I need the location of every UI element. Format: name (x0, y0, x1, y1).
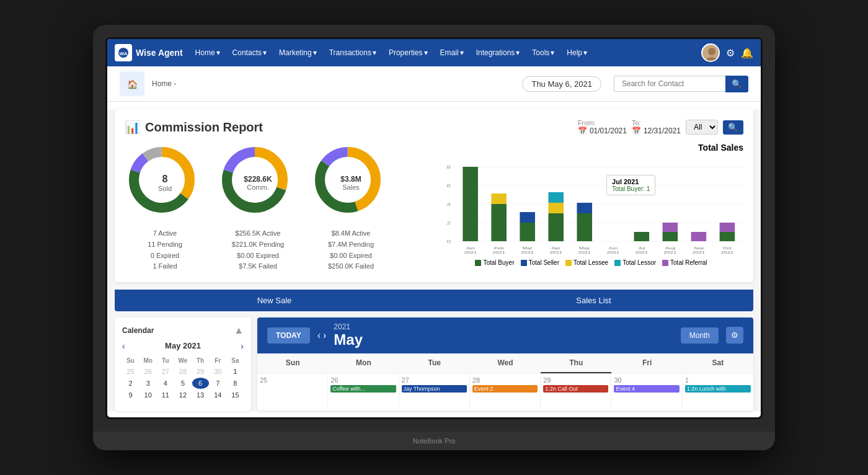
laptop-frame: WA Wise Agent Home ▾ Contacts ▾ Marketin… (93, 25, 775, 450)
nav-integrations[interactable]: Integrations ▾ (471, 39, 525, 66)
nav-properties[interactable]: Properties ▾ (384, 39, 433, 66)
cal-nav-arrows: ‹ › (317, 330, 327, 341)
big-cal-days-header: Sun Mon Tue Wed Thu Fri Sat (257, 353, 753, 374)
svg-text:Sep: Sep (694, 246, 704, 251)
cal-day[interactable]: 15 (227, 389, 244, 401)
today-button[interactable]: TODAY (267, 327, 310, 344)
mini-cal-next[interactable]: › (241, 341, 244, 351)
cal-day[interactable]: 5 (174, 378, 191, 389)
svg-text:2021: 2021 (607, 251, 619, 255)
cal-day[interactable]: 10 (140, 389, 156, 401)
cal-day[interactable]: 25 (122, 366, 139, 377)
donut-sales-chart: $3.8M Sales (311, 143, 391, 223)
col-fri: Fri (611, 353, 682, 373)
nav-email[interactable]: Email ▾ (435, 39, 469, 66)
sales-list-button[interactable]: Sales List (434, 290, 753, 311)
bar-chart: Jul 2021 Total Buyer: 1 8 6 (439, 156, 743, 255)
svg-rect-38 (548, 213, 564, 241)
cal-cell-25[interactable]: 25 (257, 374, 328, 411)
subheader-logo: 🏠 (120, 71, 144, 96)
svg-rect-40 (548, 192, 564, 203)
cal-from-icon: 📅 (578, 127, 587, 135)
new-sale-button[interactable]: New Sale (115, 290, 434, 311)
col-mon: Mon (328, 353, 399, 373)
svg-rect-52 (663, 232, 678, 241)
svg-text:Aug: Aug (665, 246, 675, 251)
cal-day-today[interactable]: 6 (192, 378, 209, 389)
cal-day[interactable]: 2 (122, 378, 139, 389)
nav-contacts[interactable]: Contacts ▾ (228, 39, 272, 66)
filter-search-button[interactable]: 🔍 (723, 120, 743, 135)
cal-event[interactable]: Event 4 (614, 385, 679, 393)
bar-chart-section: Total Sales Jul 2021 Total Buyer: 1 (439, 143, 743, 272)
nav-home[interactable]: Home ▾ (190, 39, 225, 66)
big-cal-prev[interactable]: ‹ (317, 330, 321, 341)
big-cal-next[interactable]: › (323, 330, 326, 341)
mini-cal-collapse[interactable]: ▲ (234, 325, 244, 336)
donut-comm-center: $228.6K Comm. (244, 175, 272, 191)
nav-right: ⚙ 🔔 (701, 43, 753, 62)
svg-text:4: 4 (446, 202, 451, 206)
cal-cell-27[interactable]: 27 Jay Thompson (399, 374, 470, 411)
chart-title: Total Sales (439, 143, 743, 153)
svg-rect-43 (577, 213, 592, 241)
search-button[interactable]: 🔍 (725, 76, 748, 92)
cal-day[interactable]: 29 (192, 366, 209, 377)
cal-day[interactable]: 1 (227, 366, 244, 377)
cal-event[interactable]: Jay Thompson (402, 385, 467, 393)
cal-cell-29[interactable]: 29 1:2n Call Out (541, 374, 611, 411)
cal-day[interactable]: 7 (210, 378, 226, 389)
settings-icon[interactable]: ⚙ (726, 47, 735, 59)
svg-point-3 (708, 48, 715, 55)
donut-comm: $228.6K Comm. $256.5K Active $221.0K Pen… (218, 143, 298, 272)
month-view-button[interactable]: Month (681, 327, 719, 344)
cal-cell-28[interactable]: 28 Event 2 (470, 374, 541, 411)
cal-day[interactable]: 9 (122, 389, 139, 401)
cal-event[interactable]: 1:2n Call Out (543, 385, 608, 393)
cal-cell-1[interactable]: 1 1:2n Lunch with (683, 374, 753, 411)
nav-tools[interactable]: Tools ▾ (527, 39, 559, 66)
cal-day[interactable]: 4 (157, 378, 174, 389)
nav-help[interactable]: Help ▾ (562, 39, 592, 66)
cal-day[interactable]: 27 (157, 366, 174, 377)
svg-rect-59 (720, 232, 735, 241)
col-tue: Tue (399, 353, 470, 373)
cal-event[interactable]: 1:2n Lunch with (685, 385, 751, 393)
cal-day[interactable]: 28 (174, 366, 191, 377)
cal-cell-30[interactable]: 30 Event 4 (611, 374, 682, 411)
cal-settings-button[interactable]: ⚙ (726, 327, 743, 344)
search-input[interactable] (614, 76, 725, 92)
nav-transactions[interactable]: Transactions ▾ (324, 39, 381, 66)
cal-event[interactable]: Event 2 (472, 385, 538, 393)
donut-comm-chart: $228.6K Comm. (218, 143, 298, 223)
chart-legend: Total Buyer Total Seller Total Lessee (439, 259, 743, 266)
cal-cell-26[interactable]: 26 Coffee with... (328, 374, 399, 411)
brand-name: Wise Agent (136, 48, 183, 58)
user-avatar[interactable] (701, 43, 720, 62)
svg-text:2021: 2021 (578, 251, 591, 255)
mini-cal-section-title: Calendar ▲ (122, 325, 244, 336)
cal-day[interactable]: 13 (192, 389, 209, 401)
legend-buyer-dot (475, 260, 481, 266)
cal-day[interactable]: 8 (227, 378, 244, 389)
nav-marketing[interactable]: Marketing ▾ (274, 39, 322, 66)
svg-text:Apr: Apr (552, 246, 561, 251)
cal-day[interactable]: 11 (157, 389, 174, 401)
filter-select[interactable]: All (686, 120, 718, 135)
cal-day[interactable]: 26 (140, 366, 156, 377)
cal-day[interactable]: 30 (210, 366, 226, 377)
col-sun: Sun (257, 353, 328, 373)
from-date-group: From: 📅 01/01/2021 (578, 119, 627, 135)
mini-cal-label: Calendar (122, 326, 154, 335)
svg-text:2021: 2021 (721, 251, 733, 255)
mini-cal-prev[interactable]: ‹ (122, 341, 125, 351)
notifications-icon[interactable]: 🔔 (741, 47, 753, 59)
svg-rect-27 (463, 167, 478, 241)
donut-sales: $3.8M Sales $8.4M Active $7.4M Pending $… (311, 143, 391, 272)
donut-sold-chart: 8 Sold (125, 143, 205, 223)
cal-day[interactable]: 12 (174, 389, 191, 401)
donut-sold-center: 8 Sold (158, 174, 172, 192)
cal-day[interactable]: 14 (210, 389, 226, 401)
cal-day[interactable]: 3 (140, 378, 156, 389)
cal-event[interactable]: Coffee with... (330, 385, 396, 393)
